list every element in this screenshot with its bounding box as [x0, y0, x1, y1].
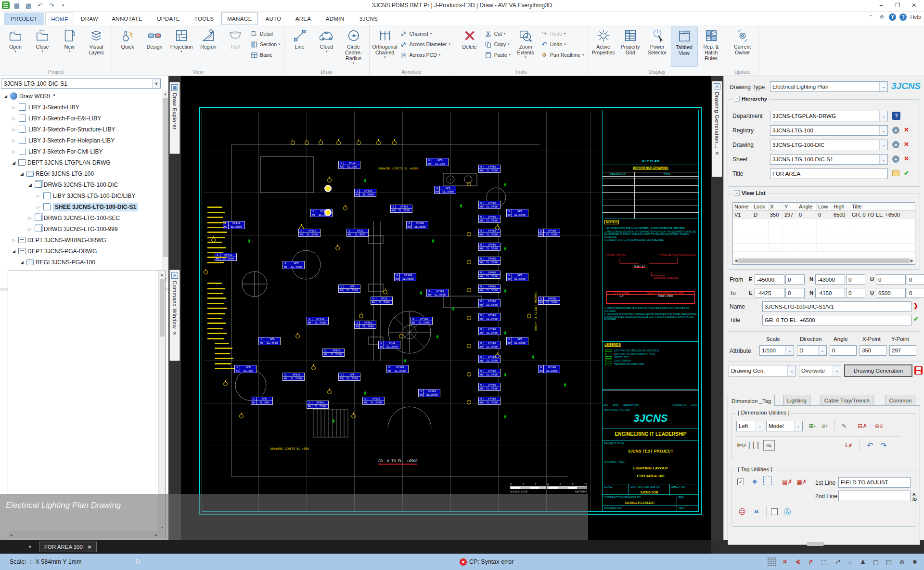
fixture-label[interactable]: USP410NOEL.5500	[478, 201, 500, 209]
expand-icon[interactable]: ▷	[11, 238, 16, 243]
ribbon-button-undo[interactable]: ↶Undo▾	[539, 40, 586, 49]
fixture-label[interactable]: USP410NOEL.5500	[298, 229, 321, 237]
dim-list-remove-icon[interactable]: ⊖≡	[873, 421, 885, 431]
square-checkbox[interactable]	[771, 508, 778, 515]
tab-project[interactable]: PROJECT	[4, 13, 44, 25]
view-list-hscroll[interactable]: ◀▶	[733, 258, 914, 264]
tab-3jcns[interactable]: 3JCNS	[352, 13, 385, 25]
tab-cable-tray-trench[interactable]: Cable Tray/Trench	[821, 395, 873, 405]
close-icon[interactable]: ✕	[715, 151, 719, 156]
ribbon-button-section[interactable]: Section▾	[249, 40, 282, 49]
m-dots-icon[interactable]: .M.	[751, 506, 762, 517]
crosshair-icon[interactable]: ⊕	[898, 557, 906, 566]
help-label[interactable]: Help	[910, 14, 921, 20]
fixture-label[interactable]: USP16NOEL.2500	[371, 297, 393, 305]
ribbon-button-hull[interactable]: Hull	[222, 26, 249, 67]
tab-draw[interactable]: DRAW	[75, 13, 104, 25]
dim-linear-icon[interactable]: ⊫⊬	[736, 440, 748, 451]
dim-ml-icon[interactable]: ML	[763, 440, 775, 451]
close-icon[interactable]: ✕	[88, 544, 91, 550]
command-window-vscroll[interactable]: ▲ ▼	[158, 271, 165, 538]
tree-scrollbar[interactable]: ▲ ▼	[162, 91, 168, 282]
tab-common[interactable]: Common	[886, 395, 916, 405]
light-fixture-symbol[interactable]	[311, 366, 316, 370]
column-header-y[interactable]: Y	[783, 203, 797, 210]
expand-icon[interactable]: ▷	[36, 194, 41, 198]
ribbon-button-basic[interactable]: Basic	[249, 51, 282, 59]
ribbon-button-chained[interactable]: Chained▾	[398, 29, 452, 38]
ab-order-icon[interactable]: A/B	[912, 492, 917, 502]
ribbon-button-active-properties[interactable]: Active Properties	[590, 26, 617, 67]
model-person-icon[interactable]: ♟	[859, 557, 867, 566]
tag-delete-icon[interactable]: ▤✗	[782, 477, 793, 487]
to-row-n-offset-input[interactable]: 0	[846, 288, 865, 298]
ribbon-button-redo[interactable]: ↷Redo▾	[539, 29, 586, 38]
fixture-label[interactable]: USP410NOEL.5500	[307, 401, 329, 409]
tree-item[interactable]: ▷DEPT 3JCNS-WIRING-DRWG	[0, 234, 162, 246]
snap-grid-icon[interactable]: ⌗	[781, 557, 789, 566]
expand-icon[interactable]: ▷	[11, 138, 16, 143]
light-fixture-symbol[interactable]	[357, 141, 361, 145]
ribbon-button-design[interactable]: Design	[141, 26, 168, 67]
collapse-icon[interactable]: ◢	[19, 260, 25, 265]
view-list-row[interactable]: V1D350297006500GR. 0 TO EL. +6500	[733, 211, 915, 219]
selected-fixture-symbol[interactable]	[324, 209, 332, 216]
collapse-icon[interactable]: −	[734, 96, 740, 102]
column-header-x[interactable]: X	[769, 203, 783, 210]
expand-icon[interactable]: ▷	[11, 149, 16, 154]
tab-area[interactable]: AREA	[289, 13, 318, 25]
collapse-icon[interactable]: ◢	[19, 171, 25, 176]
fixture-label[interactable]: USP410NOEL.5500	[386, 365, 409, 373]
column-header-low[interactable]: Low	[817, 203, 832, 210]
from-row-u-input[interactable]: 0	[876, 274, 906, 285]
ribbon-button-cut[interactable]: Cut▾	[483, 29, 512, 38]
to-row-e-input[interactable]: -4425	[755, 288, 784, 298]
remove-icon[interactable]: ✕	[904, 126, 909, 133]
dimension-tag-icon[interactable]: ⬚	[820, 557, 828, 566]
grid-dots-icon[interactable]	[768, 557, 776, 566]
collapse-icon[interactable]: ◢	[11, 249, 16, 254]
tree-item[interactable]: ▷LIBY J-Sketch-LIBY	[0, 102, 162, 113]
hierarchy-combo-registry[interactable]: 3JCNS-LTG-100⌄	[770, 125, 888, 136]
tag-enable-checkbox[interactable]: ✓	[737, 479, 744, 485]
lock-icon[interactable]: ●	[892, 127, 899, 134]
tag-region-icon[interactable]	[763, 477, 772, 485]
fixture-label[interactable]: UOP6NOEL.2500	[338, 285, 360, 293]
ribbon-button-tabbed-view[interactable]: Tabbed View	[671, 26, 698, 67]
tree-item[interactable]: ▷DRWG 3JCNS-LTG-100-SEC	[0, 212, 162, 223]
fixture-label[interactable]: UOP6NOEL.5500	[506, 209, 528, 217]
scroll-up-icon[interactable]: ▲	[162, 91, 168, 97]
from-row-e-offset-input[interactable]: 0	[785, 274, 805, 285]
fixture-label[interactable]: UOP6NOEL.5500	[506, 273, 528, 281]
column-header-name[interactable]: Name	[733, 203, 752, 210]
fixture-label[interactable]: UOP10NOEL.200	[338, 161, 360, 169]
tree-item[interactable]: ▷SHEE 3JCNS-LTG-100-DIC-S1	[0, 201, 162, 212]
ribbon-button-zoom-extents[interactable]: Zoom Extents▾	[512, 26, 539, 67]
selected-fixture-symbol[interactable]	[324, 185, 332, 192]
light-fixture-symbol[interactable]	[305, 141, 309, 145]
fixture-label[interactable]: USP410NOEL.5500	[426, 289, 449, 297]
fixture-label[interactable]: USP410NOEL.5500	[478, 165, 500, 173]
tab-list-icon[interactable]: ▼	[28, 544, 32, 549]
ribbon-button-pan-realtime[interactable]: ✥Pan Realtime▾	[539, 51, 586, 59]
help-icon[interactable]: ?	[899, 13, 907, 21]
y-point-input[interactable]: 297	[889, 345, 916, 356]
folder-icon[interactable]	[892, 170, 899, 176]
error-face-icon[interactable]: ☹	[736, 506, 748, 517]
save-icon[interactable]	[914, 366, 923, 375]
drawing-generation-button[interactable]: Drawing Generation	[844, 364, 912, 377]
tree-item[interactable]: ▷LIBY J-Sketch-For-E&I-LIBY	[0, 113, 162, 124]
fixture-label[interactable]: USP410NOEL.5500	[394, 273, 416, 281]
close-icon[interactable]: ✕	[173, 331, 177, 336]
plan-view[interactable]: 01246810 SCALE 1:100METERS UOP10NOEL.200…	[203, 111, 602, 511]
fixture-label[interactable]: USP16NOEL.4971	[346, 229, 369, 237]
ribbon-button-paste[interactable]: Paste▾	[483, 51, 512, 59]
tab-drawing-generation[interactable]: A Drawing Generation... ✕	[712, 81, 722, 177]
close-button[interactable]: ✕	[906, 0, 922, 11]
settings-gear-icon[interactable]: ✸	[911, 557, 919, 566]
tag-move-icon[interactable]: ✥	[749, 477, 760, 487]
fixture-label[interactable]: UOP6NOEL.5500	[434, 186, 456, 194]
fixture-label[interactable]: USP410NOEL.5500	[478, 243, 500, 251]
collapse-ribbon-icon[interactable]: ⌃	[867, 13, 874, 21]
expand-icon[interactable]: ▷	[27, 227, 33, 232]
